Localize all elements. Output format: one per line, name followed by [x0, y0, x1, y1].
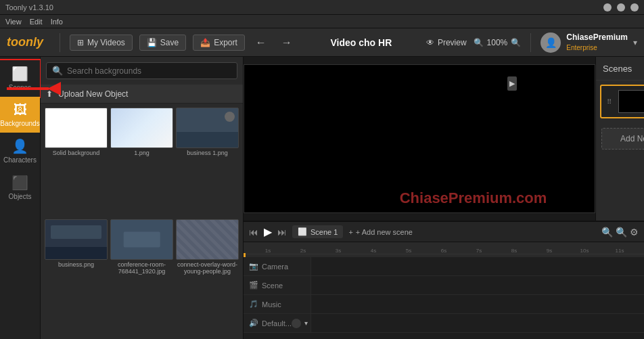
minimize-btn[interactable] — [603, 3, 612, 12]
track-music-label: 🎵 Music — [244, 295, 311, 313]
scene-tab[interactable]: ⬜ Scene 1 — [292, 225, 343, 238]
track-scene-content[interactable] — [311, 276, 644, 294]
play-button[interactable]: ▶ — [264, 225, 272, 238]
sidebar-item-scenes[interactable]: ⬜ Scenes — [0, 60, 40, 97]
bg-item-solid[interactable]: Solid background — [45, 108, 108, 217]
bg-item-1png[interactable]: 1.png — [110, 108, 173, 217]
user-plan: Enterprise — [566, 43, 628, 52]
ruler-5s: 5s — [391, 248, 426, 254]
track-default-expand[interactable]: ▾ — [304, 319, 308, 327]
scene-tab-label: Scene 1 — [310, 228, 338, 236]
skip-forward-button[interactable]: ⏭ — [277, 227, 287, 238]
export-icon: 📤 — [200, 38, 210, 47]
search-input[interactable] — [67, 66, 231, 76]
scene-track-label: Scene — [262, 281, 283, 290]
save-label: Save — [160, 38, 179, 47]
scene-drag-handle: ⠿ — [607, 98, 612, 106]
ruler-10s: 10s — [567, 248, 602, 254]
logo-text: toonly — [7, 35, 43, 49]
sidebar-label-scenes: Scenes — [9, 84, 31, 91]
track-camera-content[interactable] — [311, 257, 644, 275]
backgrounds-icon: 🖼 — [14, 102, 27, 118]
scenes-panel: Scenes + ⠿ Scene 1 ⧉ Add New Scene — [595, 57, 644, 221]
music-icon: 🎵 — [249, 300, 258, 309]
bg-thumb-business2 — [45, 219, 108, 260]
skip-back-button[interactable]: ⏮ — [249, 227, 258, 238]
chevron-down-icon: ▾ — [633, 38, 637, 47]
undo-button[interactable]: ← — [252, 35, 271, 50]
icon-sidebar: ⬜ Scenes 🖼 Backgrounds 👤 Characters ⬛ Ob… — [0, 57, 41, 339]
main-layout: ⬜ Scenes 🖼 Backgrounds 👤 Characters ⬛ Ob… — [0, 57, 644, 339]
save-button[interactable]: 💾 Save — [139, 35, 186, 51]
panel-toggle[interactable]: ▶ — [507, 76, 517, 91]
toolbar: toonly ⊞ My Videos 💾 Save 📤 Export ← → V… — [0, 28, 644, 57]
timeline-settings-button[interactable]: ⚙ — [630, 227, 639, 238]
window-controls[interactable] — [603, 3, 639, 12]
add-scene-plus-icon: + — [348, 228, 352, 236]
bg-label-solid: Solid background — [45, 150, 108, 157]
add-scene-timeline-label: + Add new scene — [356, 228, 413, 236]
camera-label: Camera — [262, 263, 288, 271]
upload-area[interactable]: ⬆ Upload New Object — [41, 85, 243, 104]
bg-thumb-business1 — [176, 108, 239, 148]
bg-item-business1[interactable]: business 1.png — [176, 108, 239, 217]
scenes-icon: ⬜ — [12, 66, 28, 82]
user-menu[interactable]: 👤 ChiasePremium Enterprise ▾ — [540, 32, 637, 53]
eye-icon: 👁 — [426, 38, 434, 47]
sidebar-item-objects[interactable]: ⬛ Objects — [0, 169, 40, 206]
upload-label: Upload New Object — [58, 89, 128, 99]
track-music-content[interactable] — [311, 295, 644, 313]
user-info: ChiasePremium Enterprise — [566, 32, 628, 52]
bg-label-business2: business.png — [45, 261, 108, 269]
music-label: Music — [262, 300, 281, 309]
menu-edit[interactable]: Edit — [30, 18, 43, 26]
user-name: ChiasePremium — [566, 32, 628, 43]
characters-icon: 👤 — [12, 138, 28, 154]
sidebar-item-backgrounds[interactable]: 🖼 Backgrounds — [0, 97, 40, 133]
track-default-label: 🔊 Default... ▾ — [244, 314, 311, 332]
bg-thumb-solid — [45, 108, 108, 148]
sidebar-label-backgrounds: Backgrounds — [0, 120, 39, 127]
track-default-toggle[interactable] — [292, 319, 301, 328]
scenes-header: Scenes + — [596, 57, 644, 81]
zoom-controls: 🔍 100% 🔍 — [474, 38, 522, 47]
export-button[interactable]: 📤 Export — [193, 35, 245, 51]
grid-icon: ⊞ — [77, 38, 84, 47]
timeline-zoom-out-button[interactable]: 🔍 — [601, 227, 613, 238]
ruler-11s: 11s — [602, 248, 637, 254]
scene-1-thumbnail[interactable]: ⠿ Scene 1 ⧉ — [600, 85, 644, 118]
sidebar-label-objects: Objects — [9, 193, 32, 200]
camera-icon: 📷 — [249, 262, 258, 271]
add-scene-timeline-button[interactable]: + + Add new scene — [348, 228, 413, 236]
zoom-level: 100% — [487, 38, 508, 47]
timeline-ruler: 1s 2s 3s 4s 5s 6s 7s 8s 9s 10s 11s — [244, 242, 644, 254]
ruler-2s: 2s — [285, 248, 321, 254]
panel-search: 🔍 — [41, 57, 243, 85]
track-scene-label: 🎬 Scene — [244, 276, 311, 294]
scenes-title: Scenes — [603, 64, 632, 74]
zoom-out-icon[interactable]: 🔍 — [474, 38, 484, 47]
redo-button[interactable]: → — [277, 35, 296, 50]
bg-label-connect: connect-overlay-word-young-people.jpg — [176, 261, 239, 276]
scene-track-icon: 🎬 — [249, 281, 258, 290]
menu-view[interactable]: View — [5, 18, 22, 26]
close-btn[interactable] — [630, 3, 639, 12]
sidebar-item-characters[interactable]: 👤 Characters — [0, 133, 40, 169]
add-new-scene-button[interactable]: Add New Scene — [601, 128, 644, 150]
zoom-in-icon[interactable]: 🔍 — [511, 38, 521, 47]
timeline-zoom-in-button[interactable]: 🔍 — [616, 227, 627, 238]
my-videos-button[interactable]: ⊞ My Videos — [70, 35, 133, 51]
ruler-9s: 9s — [532, 248, 567, 254]
menu-info[interactable]: Info — [51, 18, 63, 26]
default-label: Default... — [262, 319, 292, 327]
upload-icon: ⬆ — [46, 89, 53, 99]
preview-button[interactable]: 👁 Preview — [426, 38, 467, 47]
bg-item-connect[interactable]: connect-overlay-word-young-people.jpg — [176, 219, 239, 335]
timeline: ⏮ ▶ ⏭ ⬜ Scene 1 + + Add new scene 🔍 🔍 ⚙ — [244, 221, 644, 339]
bg-item-conference[interactable]: conference-room-768441_1920.jpg — [110, 219, 173, 335]
maximize-btn[interactable] — [617, 3, 625, 12]
track-default-content[interactable] — [311, 314, 644, 332]
logo: toonly — [7, 35, 43, 49]
bg-item-business2[interactable]: business.png — [45, 219, 108, 335]
search-box: 🔍 — [46, 62, 237, 79]
